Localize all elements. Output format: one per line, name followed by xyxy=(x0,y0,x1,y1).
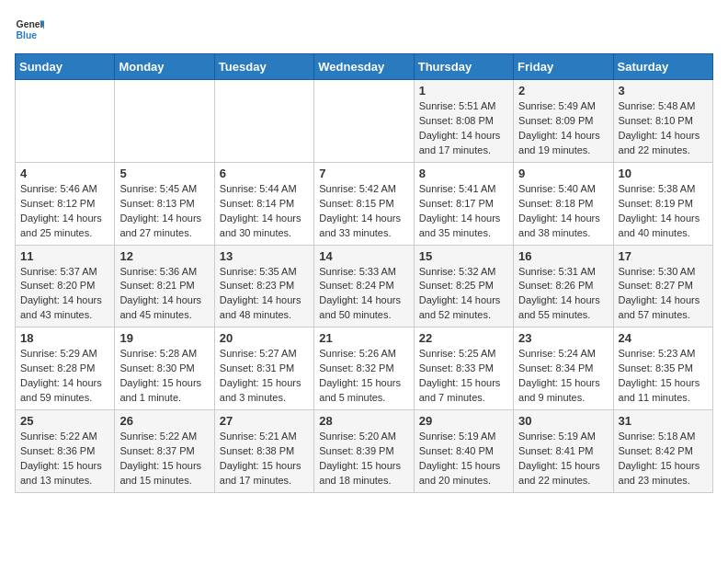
day-number: 2 xyxy=(518,84,608,98)
calendar-cell: 30Sunrise: 5:19 AM Sunset: 8:41 PM Dayli… xyxy=(514,410,613,493)
day-content: Sunrise: 5:23 AM Sunset: 8:35 PM Dayligh… xyxy=(619,347,708,406)
day-content: Sunrise: 5:40 AM Sunset: 8:18 PM Dayligh… xyxy=(518,182,608,241)
calendar-cell: 20Sunrise: 5:27 AM Sunset: 8:31 PM Dayli… xyxy=(214,327,313,410)
day-content: Sunrise: 5:35 AM Sunset: 8:23 PM Dayligh… xyxy=(220,265,309,324)
calendar-cell: 22Sunrise: 5:25 AM Sunset: 8:33 PM Dayli… xyxy=(414,327,513,410)
day-number: 18 xyxy=(20,331,109,345)
calendar-cell: 6Sunrise: 5:44 AM Sunset: 8:14 PM Daylig… xyxy=(214,162,313,245)
day-number: 13 xyxy=(220,249,309,263)
day-number: 20 xyxy=(220,331,309,345)
calendar-cell: 3Sunrise: 5:48 AM Sunset: 8:10 PM Daylig… xyxy=(613,80,712,163)
day-number: 9 xyxy=(518,167,608,180)
calendar-cell: 1Sunrise: 5:51 AM Sunset: 8:08 PM Daylig… xyxy=(414,80,513,163)
calendar-cell: 4Sunrise: 5:46 AM Sunset: 8:12 PM Daylig… xyxy=(16,162,115,245)
calendar-cell: 12Sunrise: 5:36 AM Sunset: 8:21 PM Dayli… xyxy=(115,245,214,327)
calendar-cell: 14Sunrise: 5:33 AM Sunset: 8:24 PM Dayli… xyxy=(314,245,414,327)
day-content: Sunrise: 5:48 AM Sunset: 8:10 PM Dayligh… xyxy=(619,99,708,158)
day-number: 12 xyxy=(119,249,209,263)
calendar-cell: 28Sunrise: 5:20 AM Sunset: 8:39 PM Dayli… xyxy=(314,410,414,493)
day-number: 25 xyxy=(20,414,109,428)
calendar-cell: 18Sunrise: 5:29 AM Sunset: 8:28 PM Dayli… xyxy=(16,327,115,410)
day-number: 1 xyxy=(419,84,508,98)
calendar-cell: 27Sunrise: 5:21 AM Sunset: 8:38 PM Dayli… xyxy=(214,410,313,493)
calendar-cell xyxy=(16,80,115,163)
day-content: Sunrise: 5:36 AM Sunset: 8:21 PM Dayligh… xyxy=(119,265,209,324)
day-content: Sunrise: 5:27 AM Sunset: 8:31 PM Dayligh… xyxy=(220,347,309,406)
week-row-1: 1Sunrise: 5:51 AM Sunset: 8:08 PM Daylig… xyxy=(16,80,713,163)
svg-text:Blue: Blue xyxy=(17,30,38,40)
day-content: Sunrise: 5:18 AM Sunset: 8:42 PM Dayligh… xyxy=(619,430,708,488)
day-number: 4 xyxy=(20,167,109,180)
day-number: 16 xyxy=(518,249,608,263)
day-content: Sunrise: 5:46 AM Sunset: 8:12 PM Dayligh… xyxy=(20,182,109,241)
day-number: 5 xyxy=(119,167,209,180)
calendar-cell: 26Sunrise: 5:22 AM Sunset: 8:37 PM Dayli… xyxy=(115,410,214,493)
day-content: Sunrise: 5:31 AM Sunset: 8:26 PM Dayligh… xyxy=(518,265,608,324)
day-number: 27 xyxy=(220,414,309,428)
day-number: 31 xyxy=(619,414,708,428)
day-content: Sunrise: 5:44 AM Sunset: 8:14 PM Dayligh… xyxy=(220,182,309,241)
day-content: Sunrise: 5:20 AM Sunset: 8:39 PM Dayligh… xyxy=(319,430,408,488)
day-content: Sunrise: 5:29 AM Sunset: 8:28 PM Dayligh… xyxy=(20,347,109,406)
calendar-cell xyxy=(314,80,414,163)
week-row-3: 11Sunrise: 5:37 AM Sunset: 8:20 PM Dayli… xyxy=(16,245,713,327)
day-number: 24 xyxy=(619,331,708,345)
calendar-cell: 11Sunrise: 5:37 AM Sunset: 8:20 PM Dayli… xyxy=(16,245,115,327)
day-number: 6 xyxy=(220,167,309,180)
calendar-cell xyxy=(115,80,214,163)
calendar-cell: 10Sunrise: 5:38 AM Sunset: 8:19 PM Dayli… xyxy=(613,162,712,245)
day-content: Sunrise: 5:38 AM Sunset: 8:19 PM Dayligh… xyxy=(619,182,708,241)
day-number: 14 xyxy=(319,249,408,263)
week-row-4: 18Sunrise: 5:29 AM Sunset: 8:28 PM Dayli… xyxy=(16,327,713,410)
page-header: General Blue xyxy=(15,15,713,44)
day-number: 15 xyxy=(419,249,508,263)
day-content: Sunrise: 5:25 AM Sunset: 8:33 PM Dayligh… xyxy=(419,347,508,406)
day-content: Sunrise: 5:19 AM Sunset: 8:40 PM Dayligh… xyxy=(419,430,508,488)
calendar-cell: 8Sunrise: 5:41 AM Sunset: 8:17 PM Daylig… xyxy=(414,162,513,245)
day-header-tuesday: Tuesday xyxy=(214,54,313,80)
day-content: Sunrise: 5:24 AM Sunset: 8:34 PM Dayligh… xyxy=(518,347,608,406)
calendar-cell: 31Sunrise: 5:18 AM Sunset: 8:42 PM Dayli… xyxy=(613,410,712,493)
calendar-cell: 19Sunrise: 5:28 AM Sunset: 8:30 PM Dayli… xyxy=(115,327,214,410)
calendar-cell: 24Sunrise: 5:23 AM Sunset: 8:35 PM Dayli… xyxy=(613,327,712,410)
days-header-row: SundayMondayTuesdayWednesdayThursdayFrid… xyxy=(16,54,713,80)
day-number: 3 xyxy=(619,84,708,98)
day-content: Sunrise: 5:26 AM Sunset: 8:32 PM Dayligh… xyxy=(319,347,408,406)
logo-icon: General Blue xyxy=(15,15,44,44)
day-header-thursday: Thursday xyxy=(414,54,513,80)
day-number: 22 xyxy=(419,331,508,345)
calendar-cell xyxy=(214,80,313,163)
day-number: 26 xyxy=(119,414,209,428)
calendar-cell: 9Sunrise: 5:40 AM Sunset: 8:18 PM Daylig… xyxy=(514,162,613,245)
day-number: 19 xyxy=(119,331,209,345)
day-number: 21 xyxy=(319,331,408,345)
day-number: 29 xyxy=(419,414,508,428)
day-content: Sunrise: 5:19 AM Sunset: 8:41 PM Dayligh… xyxy=(518,430,608,488)
day-header-friday: Friday xyxy=(514,54,613,80)
calendar-cell: 15Sunrise: 5:32 AM Sunset: 8:25 PM Dayli… xyxy=(414,245,513,327)
day-number: 17 xyxy=(619,249,708,263)
day-content: Sunrise: 5:33 AM Sunset: 8:24 PM Dayligh… xyxy=(319,265,408,324)
day-content: Sunrise: 5:30 AM Sunset: 8:27 PM Dayligh… xyxy=(619,265,708,324)
calendar-cell: 25Sunrise: 5:22 AM Sunset: 8:36 PM Dayli… xyxy=(16,410,115,493)
day-header-saturday: Saturday xyxy=(613,54,712,80)
day-header-wednesday: Wednesday xyxy=(314,54,414,80)
day-content: Sunrise: 5:49 AM Sunset: 8:09 PM Dayligh… xyxy=(518,99,608,158)
day-number: 23 xyxy=(518,331,608,345)
day-number: 11 xyxy=(20,249,109,263)
calendar-cell: 13Sunrise: 5:35 AM Sunset: 8:23 PM Dayli… xyxy=(214,245,313,327)
day-content: Sunrise: 5:32 AM Sunset: 8:25 PM Dayligh… xyxy=(419,265,508,324)
calendar-cell: 2Sunrise: 5:49 AM Sunset: 8:09 PM Daylig… xyxy=(514,80,613,163)
calendar-cell: 7Sunrise: 5:42 AM Sunset: 8:15 PM Daylig… xyxy=(314,162,414,245)
calendar-cell: 5Sunrise: 5:45 AM Sunset: 8:13 PM Daylig… xyxy=(115,162,214,245)
day-content: Sunrise: 5:41 AM Sunset: 8:17 PM Dayligh… xyxy=(419,182,508,241)
calendar-cell: 16Sunrise: 5:31 AM Sunset: 8:26 PM Dayli… xyxy=(514,245,613,327)
day-content: Sunrise: 5:28 AM Sunset: 8:30 PM Dayligh… xyxy=(119,347,209,406)
day-content: Sunrise: 5:42 AM Sunset: 8:15 PM Dayligh… xyxy=(319,182,408,241)
week-row-2: 4Sunrise: 5:46 AM Sunset: 8:12 PM Daylig… xyxy=(16,162,713,245)
day-header-monday: Monday xyxy=(115,54,214,80)
calendar-cell: 21Sunrise: 5:26 AM Sunset: 8:32 PM Dayli… xyxy=(314,327,414,410)
day-content: Sunrise: 5:51 AM Sunset: 8:08 PM Dayligh… xyxy=(419,99,508,158)
day-content: Sunrise: 5:37 AM Sunset: 8:20 PM Dayligh… xyxy=(20,265,109,324)
calendar-table: SundayMondayTuesdayWednesdayThursdayFrid… xyxy=(15,53,713,493)
